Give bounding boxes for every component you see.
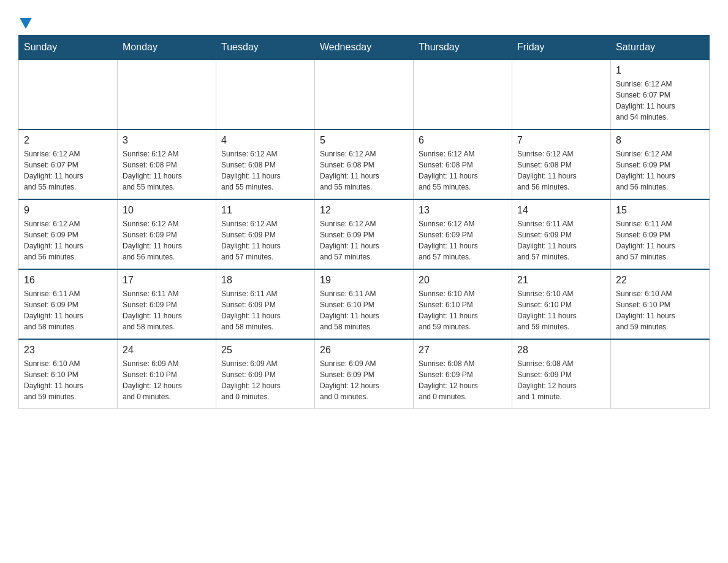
day-info: Sunrise: 6:11 AMSunset: 6:09 PMDaylight:… xyxy=(24,288,112,332)
calendar-week-row: 9Sunrise: 6:12 AMSunset: 6:09 PMDaylight… xyxy=(19,199,710,269)
day-info: Sunrise: 6:12 AMSunset: 6:07 PMDaylight:… xyxy=(24,148,112,193)
day-info: Sunrise: 6:12 AMSunset: 6:08 PMDaylight:… xyxy=(123,148,211,193)
calendar-day-header: Sunday xyxy=(19,36,118,60)
day-info: Sunrise: 6:12 AMSunset: 6:08 PMDaylight:… xyxy=(221,148,309,193)
calendar-day-cell: 22Sunrise: 6:10 AMSunset: 6:10 PMDayligh… xyxy=(611,269,710,339)
day-number: 6 xyxy=(419,135,507,146)
day-info: Sunrise: 6:09 AMSunset: 6:09 PMDaylight:… xyxy=(320,358,408,402)
calendar-day-cell: 15Sunrise: 6:11 AMSunset: 6:09 PMDayligh… xyxy=(611,199,710,269)
day-number: 12 xyxy=(320,205,408,216)
calendar-day-cell: 14Sunrise: 6:11 AMSunset: 6:09 PMDayligh… xyxy=(512,199,611,269)
day-number: 7 xyxy=(517,135,605,146)
day-number: 11 xyxy=(221,205,309,216)
page-header xyxy=(18,12,710,29)
day-info: Sunrise: 6:11 AMSunset: 6:09 PMDaylight:… xyxy=(616,218,704,262)
calendar-day-cell: 17Sunrise: 6:11 AMSunset: 6:09 PMDayligh… xyxy=(118,269,216,339)
calendar-day-cell xyxy=(512,59,611,129)
calendar-week-row: 16Sunrise: 6:11 AMSunset: 6:09 PMDayligh… xyxy=(19,269,710,339)
day-info: Sunrise: 6:12 AMSunset: 6:09 PMDaylight:… xyxy=(320,218,408,262)
day-info: Sunrise: 6:12 AMSunset: 6:09 PMDaylight:… xyxy=(123,218,211,262)
calendar-day-cell: 9Sunrise: 6:12 AMSunset: 6:09 PMDaylight… xyxy=(19,199,118,269)
day-number: 5 xyxy=(320,135,408,146)
calendar-day-header: Thursday xyxy=(414,36,512,60)
calendar-day-cell: 23Sunrise: 6:10 AMSunset: 6:10 PMDayligh… xyxy=(19,339,118,409)
calendar-day-header: Wednesday xyxy=(315,36,414,60)
day-number: 4 xyxy=(221,135,309,146)
calendar-day-cell: 18Sunrise: 6:11 AMSunset: 6:09 PMDayligh… xyxy=(216,269,315,339)
day-number: 22 xyxy=(616,275,704,286)
calendar-day-cell: 26Sunrise: 6:09 AMSunset: 6:09 PMDayligh… xyxy=(315,339,414,409)
day-number: 15 xyxy=(616,205,704,216)
calendar-day-cell xyxy=(414,59,512,129)
calendar-day-cell xyxy=(611,339,710,409)
day-number: 28 xyxy=(517,345,605,356)
calendar-day-cell: 20Sunrise: 6:10 AMSunset: 6:10 PMDayligh… xyxy=(414,269,512,339)
calendar-week-row: 1Sunrise: 6:12 AMSunset: 6:07 PMDaylight… xyxy=(19,59,710,129)
day-number: 17 xyxy=(123,275,211,286)
day-info: Sunrise: 6:12 AMSunset: 6:09 PMDaylight:… xyxy=(616,148,704,193)
day-info: Sunrise: 6:10 AMSunset: 6:10 PMDaylight:… xyxy=(24,358,112,402)
day-info: Sunrise: 6:11 AMSunset: 6:09 PMDaylight:… xyxy=(221,288,309,332)
calendar-day-cell: 16Sunrise: 6:11 AMSunset: 6:09 PMDayligh… xyxy=(19,269,118,339)
day-info: Sunrise: 6:11 AMSunset: 6:09 PMDaylight:… xyxy=(123,288,211,332)
calendar-day-cell: 25Sunrise: 6:09 AMSunset: 6:09 PMDayligh… xyxy=(216,339,315,409)
day-number: 16 xyxy=(24,275,112,286)
calendar-day-cell: 4Sunrise: 6:12 AMSunset: 6:08 PMDaylight… xyxy=(216,129,315,199)
day-number: 23 xyxy=(24,345,112,356)
day-info: Sunrise: 6:12 AMSunset: 6:08 PMDaylight:… xyxy=(320,148,408,193)
day-info: Sunrise: 6:08 AMSunset: 6:09 PMDaylight:… xyxy=(517,358,605,402)
day-info: Sunrise: 6:12 AMSunset: 6:09 PMDaylight:… xyxy=(419,218,507,262)
calendar-day-cell xyxy=(216,59,315,129)
day-number: 21 xyxy=(517,275,605,286)
day-number: 25 xyxy=(221,345,309,356)
day-info: Sunrise: 6:12 AMSunset: 6:08 PMDaylight:… xyxy=(419,148,507,193)
calendar-week-row: 23Sunrise: 6:10 AMSunset: 6:10 PMDayligh… xyxy=(19,339,710,409)
calendar-day-cell: 28Sunrise: 6:08 AMSunset: 6:09 PMDayligh… xyxy=(512,339,611,409)
day-info: Sunrise: 6:10 AMSunset: 6:10 PMDaylight:… xyxy=(517,288,605,332)
calendar-week-row: 2Sunrise: 6:12 AMSunset: 6:07 PMDaylight… xyxy=(19,129,710,199)
calendar-day-cell: 11Sunrise: 6:12 AMSunset: 6:09 PMDayligh… xyxy=(216,199,315,269)
calendar-day-header: Saturday xyxy=(611,36,710,60)
calendar-day-header: Monday xyxy=(118,36,216,60)
day-info: Sunrise: 6:12 AMSunset: 6:09 PMDaylight:… xyxy=(221,218,309,262)
calendar-day-cell: 10Sunrise: 6:12 AMSunset: 6:09 PMDayligh… xyxy=(118,199,216,269)
day-number: 20 xyxy=(419,275,507,286)
calendar-day-cell: 27Sunrise: 6:08 AMSunset: 6:09 PMDayligh… xyxy=(414,339,512,409)
calendar-day-header: Tuesday xyxy=(216,36,315,60)
calendar-day-cell xyxy=(118,59,216,129)
day-info: Sunrise: 6:12 AMSunset: 6:08 PMDaylight:… xyxy=(517,148,605,193)
day-number: 3 xyxy=(123,135,211,146)
calendar-day-cell: 21Sunrise: 6:10 AMSunset: 6:10 PMDayligh… xyxy=(512,269,611,339)
day-number: 1 xyxy=(616,65,704,76)
calendar-day-cell xyxy=(315,59,414,129)
calendar-day-cell: 13Sunrise: 6:12 AMSunset: 6:09 PMDayligh… xyxy=(414,199,512,269)
day-info: Sunrise: 6:09 AMSunset: 6:10 PMDaylight:… xyxy=(123,358,211,402)
day-number: 2 xyxy=(24,135,112,146)
day-info: Sunrise: 6:12 AMSunset: 6:07 PMDaylight:… xyxy=(616,79,704,123)
day-number: 27 xyxy=(419,345,507,356)
calendar-header-row: SundayMondayTuesdayWednesdayThursdayFrid… xyxy=(19,36,710,60)
day-info: Sunrise: 6:11 AMSunset: 6:09 PMDaylight:… xyxy=(517,218,605,262)
day-number: 13 xyxy=(419,205,507,216)
day-number: 14 xyxy=(517,205,605,216)
day-number: 26 xyxy=(320,345,408,356)
calendar-day-cell: 8Sunrise: 6:12 AMSunset: 6:09 PMDaylight… xyxy=(611,129,710,199)
calendar-day-cell: 6Sunrise: 6:12 AMSunset: 6:08 PMDaylight… xyxy=(414,129,512,199)
day-number: 9 xyxy=(24,205,112,216)
day-info: Sunrise: 6:12 AMSunset: 6:09 PMDaylight:… xyxy=(24,218,112,262)
day-number: 8 xyxy=(616,135,704,146)
calendar-day-header: Friday xyxy=(512,36,611,60)
calendar-day-cell: 2Sunrise: 6:12 AMSunset: 6:07 PMDaylight… xyxy=(19,129,118,199)
calendar-day-cell: 24Sunrise: 6:09 AMSunset: 6:10 PMDayligh… xyxy=(118,339,216,409)
day-info: Sunrise: 6:08 AMSunset: 6:09 PMDaylight:… xyxy=(419,358,507,402)
day-number: 24 xyxy=(123,345,211,356)
calendar-day-cell: 5Sunrise: 6:12 AMSunset: 6:08 PMDaylight… xyxy=(315,129,414,199)
day-info: Sunrise: 6:10 AMSunset: 6:10 PMDaylight:… xyxy=(419,288,507,332)
day-number: 10 xyxy=(123,205,211,216)
day-number: 18 xyxy=(221,275,309,286)
day-info: Sunrise: 6:11 AMSunset: 6:10 PMDaylight:… xyxy=(320,288,408,332)
calendar-day-cell: 19Sunrise: 6:11 AMSunset: 6:10 PMDayligh… xyxy=(315,269,414,339)
day-info: Sunrise: 6:10 AMSunset: 6:10 PMDaylight:… xyxy=(616,288,704,332)
logo-triangle-icon xyxy=(20,18,32,29)
calendar-table: SundayMondayTuesdayWednesdayThursdayFrid… xyxy=(18,35,710,409)
